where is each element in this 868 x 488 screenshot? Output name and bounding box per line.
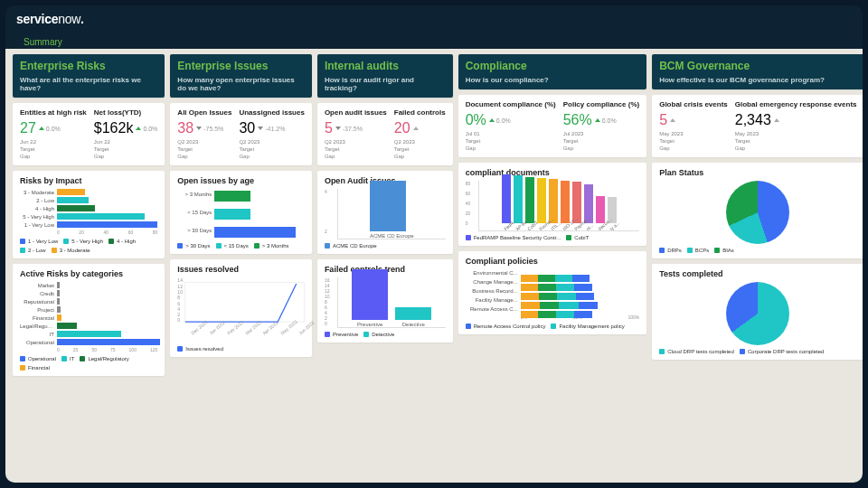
legend: Issues resolved (177, 346, 305, 352)
chart-title: Active Risks by categories (20, 269, 157, 278)
pie-chart[interactable] (726, 181, 789, 244)
kpi-meta: Jun 22TargetGap (94, 139, 158, 160)
bar[interactable] (596, 196, 605, 224)
legend-item[interactable]: Detective (363, 332, 394, 337)
pie-chart[interactable] (726, 282, 789, 345)
kpi-label: Net loss(YTD) (94, 108, 158, 117)
kpi[interactable]: All Open Issues 38 -75.5% Q2 2023TargetG… (177, 108, 231, 160)
chart-card: Failed controls trend 1614121086420 Prev… (317, 259, 453, 343)
bar[interactable] (537, 178, 546, 223)
section-title: BCM Governance (659, 60, 856, 72)
legend-item[interactable]: ACME CD Europe (325, 243, 377, 249)
kpi-value: 38 (177, 120, 193, 136)
bar[interactable] (370, 181, 406, 231)
bar[interactable] (57, 221, 157, 228)
legend-item[interactable]: IT (61, 356, 74, 361)
legend-item[interactable]: BIAs (714, 248, 734, 253)
kpi-meta: May 2023TargetGap (735, 131, 857, 152)
section-subtitle: How is our audit rigor and tracking? (325, 76, 446, 92)
legend-item[interactable]: Financial (20, 365, 50, 371)
axis-label: Credit (20, 291, 54, 296)
bar[interactable] (57, 331, 121, 337)
legend-item[interactable]: Operational (20, 356, 56, 361)
bar[interactable] (214, 191, 250, 202)
axis-label: ISO 27... (561, 223, 571, 232)
kpi-meta: Q2 2023TargetGap (177, 139, 231, 160)
legend-item[interactable]: CobiT (566, 235, 589, 240)
dashboard-column: Internal audits How is our audit rigor a… (317, 54, 453, 477)
kpi-meta: Q2 2023TargetGap (239, 139, 304, 160)
chart-card: Compliant policies Environmental C... Ch… (458, 251, 646, 334)
axis-label: Operational (20, 340, 54, 345)
bar[interactable] (57, 205, 95, 211)
axis-label: < 15 Days (177, 210, 212, 215)
axis-label: Payme... (573, 223, 582, 232)
bar[interactable] (502, 174, 511, 224)
kpi[interactable]: Global crisis events 5 May 2023TargetGap (659, 100, 728, 152)
section-title: Compliance (466, 60, 639, 72)
bar[interactable] (514, 175, 523, 223)
bar[interactable] (57, 298, 60, 305)
legend-item[interactable]: Cloud DRP tests completed (659, 349, 734, 354)
legend-item[interactable]: Issues resolved (177, 346, 223, 352)
kpi[interactable]: Policy compliance (%) 56% 0.0% Jul 2023T… (563, 100, 639, 152)
legend-item[interactable]: > 30 Days (177, 243, 210, 249)
kpi[interactable]: Entities at high risk 27 0.0% Jun 22Targ… (20, 108, 87, 160)
bar[interactable] (57, 197, 89, 203)
bar[interactable] (214, 209, 250, 220)
bar[interactable] (57, 189, 85, 195)
axis-label: Reputational (20, 299, 54, 305)
legend-item[interactable]: Remote Access Control policy (466, 324, 546, 329)
legend-item[interactable]: Preventive (325, 332, 358, 337)
legend-item[interactable]: Facility Management policy (551, 324, 624, 329)
kpi[interactable]: Global emergency response events 2,343 M… (735, 100, 857, 152)
bar[interactable] (57, 282, 60, 288)
section-subtitle: How is our compliance? (466, 76, 639, 84)
bar[interactable] (214, 227, 296, 238)
legend-item[interactable]: 4 - High (108, 239, 136, 244)
kpi-trend (774, 118, 779, 122)
bar[interactable] (561, 181, 570, 224)
legend-item[interactable]: 5 - Very High (63, 239, 103, 244)
kpi[interactable]: Net loss(YTD) $162k 0.0% Jun 22TargetGap (94, 108, 158, 160)
kpi-label: Global emergency response events (735, 100, 857, 108)
legend-item[interactable]: DRPs (659, 248, 682, 253)
bar-seg[interactable] (521, 311, 539, 318)
kpi-value: 27 (20, 120, 36, 136)
chart-title: Open issues by age (177, 176, 305, 185)
legend-item[interactable]: 3 - Moderate (52, 248, 90, 253)
bar-seg[interactable] (574, 311, 592, 318)
chart-card: Issues resolved 14121086420 Dec 2022Jan … (170, 259, 312, 357)
bar-seg[interactable] (556, 311, 574, 318)
bar[interactable] (57, 306, 61, 313)
legend-item[interactable]: Legal/Regulatory (80, 356, 128, 361)
kpi-trend: -75.5% (196, 126, 223, 132)
legend: > 30 Days< 15 Days> 3 Months (177, 243, 305, 249)
bar[interactable] (57, 290, 60, 296)
kpi[interactable]: Document compliance (%) 0% 0.0% Jul 01Ta… (466, 100, 556, 152)
bar-seg[interactable] (538, 311, 556, 318)
kpi[interactable]: Unassigned issues 30 -41.2% Q2 2023Targe… (239, 108, 304, 160)
kpi-trend: 0.0% (39, 126, 61, 132)
chart-card: Open Audit issues 42 ACME CD EuropeACME … (317, 171, 453, 254)
legend-item[interactable]: 1 - Very Low (20, 239, 58, 244)
legend-item[interactable]: < 15 Days (216, 243, 249, 249)
kpi-trend: -37.5% (335, 126, 363, 132)
legend-item[interactable]: 2 - Low (20, 248, 46, 253)
legend-item[interactable]: > 3 Months (254, 243, 289, 249)
bar[interactable] (352, 269, 388, 320)
bar[interactable] (57, 339, 160, 345)
section-header: BCM Governance How effective is our BCM … (652, 54, 863, 89)
kpi-meta: Q2 2023TargetGap (325, 139, 387, 160)
legend-item[interactable]: Corporate DRP tests completed (740, 349, 825, 354)
bar[interactable] (395, 307, 431, 320)
bar[interactable] (57, 323, 77, 329)
kpi[interactable]: Failed controls 20 Q2 2023TargetGap (394, 108, 446, 160)
bar[interactable] (57, 314, 61, 321)
kpi[interactable]: Open audit issues 5 -37.5% Q2 2023Target… (325, 108, 387, 160)
legend-item[interactable]: BCPs (687, 248, 709, 253)
legend-item[interactable]: FedRAMP Baseline Security Contr... (466, 235, 561, 240)
kpi-trend: 0.0% (489, 117, 511, 124)
bar[interactable] (57, 213, 145, 220)
chart-card: Plan Status DRPsBCPsBIAs (652, 163, 863, 258)
